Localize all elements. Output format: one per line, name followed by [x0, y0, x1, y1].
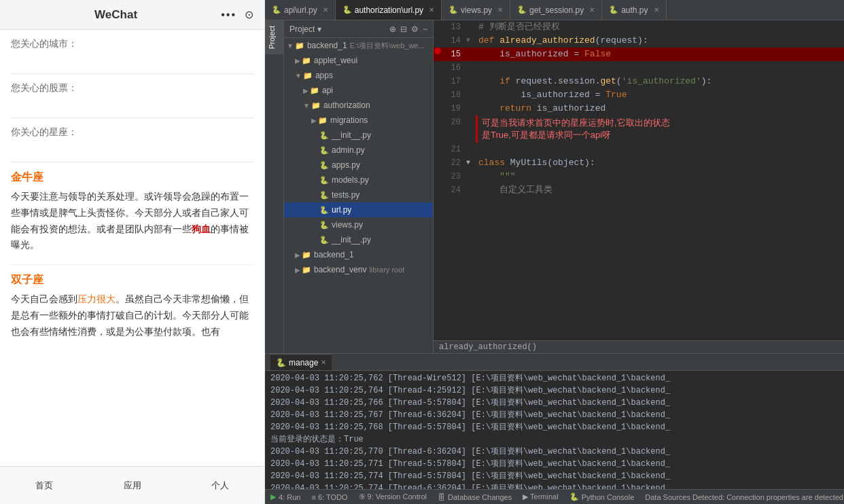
record-icon[interactable]: ⊙ — [245, 8, 253, 21]
more-icon[interactable]: ••• — [221, 9, 236, 21]
tree-label-init2: __init__.py — [332, 235, 371, 245]
lc-14: def already_authorized(request): — [476, 34, 844, 48]
run-output[interactable]: 2020-04-03 11:20:25,762 [Thread-Wire512]… — [265, 371, 844, 504]
tab-close-api[interactable]: ✕ — [323, 6, 328, 14]
status-todo[interactable]: ≡ 6: TODO — [311, 493, 347, 501]
tree-backendvenv[interactable]: ▶ 📁 backend_venv library root — [284, 262, 433, 277]
tree-migrations[interactable]: ▶ 📁 migrations — [284, 113, 433, 128]
tab-authorization-url[interactable]: 🐍 authorization\url.py ✕ — [336, 0, 442, 20]
status-terminal[interactable]: ▶ Terminal — [523, 492, 558, 501]
taurus-text: 今天要注意与领导的关系处理。或许领导会急躁的布置一些事情或是脾气上头责怪你。今天… — [11, 189, 253, 253]
tree-icon-add[interactable]: ⊕ — [389, 24, 396, 34]
wechat-nav: 首页 应用 个人 — [0, 466, 264, 504]
folder-icon-migrations: 📁 — [318, 116, 328, 125]
tree-authorization[interactable]: ▼ 📁 authorization — [284, 98, 433, 113]
tree-icon-collapse[interactable]: ⊟ — [400, 24, 407, 34]
code-line-19: 19 return is_authorized — [434, 102, 844, 115]
tree-models[interactable]: 🐍 models.py — [284, 173, 433, 187]
tab-icon-getsession: 🐍 — [517, 5, 527, 14]
tree-viewsfile[interactable]: 🐍 views.py — [284, 217, 433, 232]
run-icon: 🐍 — [276, 358, 286, 367]
tree-appsfile[interactable]: 🐍 apps.py — [284, 158, 433, 173]
tab-get-session[interactable]: 🐍 get_session.py ✕ — [510, 0, 602, 20]
tab-close-authpy[interactable]: ✕ — [654, 6, 659, 14]
tree-label-viewsfile: views.py — [332, 220, 363, 230]
output-line: 2020-04-03 11:20:25,766 [Thread-5:57804]… — [270, 397, 844, 409]
city-input[interactable] — [11, 53, 253, 67]
fold-14: ▼ — [466, 34, 476, 48]
status-python-label: Python Console — [582, 493, 635, 501]
tree-apps[interactable]: ▼ 📁 apps — [284, 68, 433, 83]
taurus-section: 金牛座 今天要注意与领导的关系处理。或许领导会急躁的布置一些事情或是脾气上头责怪… — [11, 170, 253, 253]
tree-init1[interactable]: 🐍 __init__.py — [284, 128, 433, 143]
classname-myutils: MyUtils — [510, 158, 548, 168]
status-run[interactable]: ▶ 4: Run — [270, 492, 300, 501]
tree-applet[interactable]: ▶ 📁 applet_weui — [284, 53, 433, 68]
output-line: 2020-04-03 11:20:25,764 [Thread-4:25912]… — [270, 384, 844, 397]
code-editor[interactable]: 13 # 判断是否已经授权 14 ▼ def already_authorize… — [434, 20, 844, 353]
zodiac-input[interactable] — [11, 141, 253, 155]
ln-24: 24 — [442, 183, 466, 197]
status-info: Data Sources Detected: Connection proper… — [645, 493, 844, 501]
tree-admin[interactable]: 🐍 admin.py — [284, 143, 433, 158]
tree-icon-gear[interactable]: ⚙ — [411, 24, 419, 34]
ln-20: 20 — [442, 115, 466, 129]
gemini-name: 双子座 — [11, 273, 253, 287]
tab-icon-auth: 🐍 — [342, 5, 352, 14]
param-request: request — [600, 35, 637, 46]
run-tab-label: manage — [289, 358, 318, 367]
tab-close-auth[interactable]: ✕ — [429, 6, 434, 14]
output-line: 2020-04-03 11:20:25,770 [Thread-6:36204]… — [270, 446, 844, 458]
run-tab-manage[interactable]: 🐍 manage ✕ — [270, 354, 332, 370]
comment-13: # 判断是否已经授权 — [478, 22, 560, 32]
tree-tests[interactable]: 🐍 tests.py — [284, 187, 433, 202]
tab-api-url[interactable]: 🐍 api\url.py ✕ — [265, 0, 336, 20]
py-icon-init1: 🐍 — [319, 131, 329, 140]
ln-22: 22 — [442, 156, 466, 170]
nav-apps[interactable]: 应用 — [88, 474, 177, 497]
tab-close-getsession[interactable]: ✕ — [589, 6, 595, 14]
tree-api[interactable]: ▶ 📁 api — [284, 83, 433, 98]
status-db[interactable]: 🗄 Database Changes — [438, 493, 512, 501]
lc-13: # 判断是否已经授权 — [476, 20, 844, 34]
sidebar-project-label[interactable]: Project — [265, 20, 283, 54]
folder-icon-apps: 📁 — [303, 71, 313, 80]
tree-url-selected[interactable]: 🐍 url.py — [284, 202, 433, 217]
folder-icon-root: 📁 — [295, 41, 304, 50]
tree-backend1sub[interactable]: ▶ 📁 backend_1 — [284, 247, 433, 262]
tree-icon-minus[interactable]: − — [423, 24, 427, 34]
status-vc[interactable]: ⑨ 9: Version Control — [359, 492, 427, 501]
code-line-14: 14 ▼ def already_authorized(request): — [434, 34, 844, 48]
tree-root[interactable]: ▼ 📁 backend_1 E:\项目资料\web_we... — [284, 38, 433, 53]
py-icon-apps: 🐍 — [319, 161, 329, 170]
nav-profile[interactable]: 个人 — [176, 474, 264, 497]
tree-arrow-authorization: ▼ — [303, 102, 310, 109]
code-line-20: 20 可是当我请求首页中的星座运势时,它取出的状态是True,可是都是请求同一个… — [434, 115, 844, 143]
boolval-true: True — [605, 90, 627, 100]
wechat-panel: WeChat ••• ⊙ 您关心的城市： 您关心的股票： 你关心的星座： 金牛座… — [0, 0, 265, 504]
tree-label-tests: tests.py — [332, 190, 359, 200]
py-icon-init2: 🐍 — [319, 236, 329, 245]
tree-arrow-apps: ▼ — [295, 72, 302, 79]
tab-views[interactable]: 🐍 views.py ✕ — [442, 0, 510, 20]
boolval-false: False — [584, 49, 611, 59]
nav-home[interactable]: 首页 — [0, 474, 88, 497]
status-run-icon: ▶ — [270, 492, 276, 501]
tab-auth[interactable]: 🐍 auth.py ✕ — [602, 0, 666, 20]
var-isauth: is_authorized — [499, 49, 568, 59]
tree-init2[interactable]: 🐍 __init__.py — [284, 232, 433, 247]
req-session: request.session. — [516, 76, 601, 86]
lc-23: """ — [476, 170, 844, 183]
output-line: 2020-04-03 11:20:25,774 [Thread-5:57804]… — [270, 470, 844, 482]
zodiac-divider — [11, 264, 253, 265]
city-label: 您关心的城市： — [11, 38, 253, 50]
run-tab-close[interactable]: ✕ — [321, 359, 326, 366]
status-todo-label: ≡ 6: TODO — [311, 493, 347, 501]
stock-input[interactable] — [11, 97, 253, 111]
run-output-content: 2020-04-03 11:20:25,762 [Thread-Wire512]… — [265, 371, 844, 504]
code-line-22: 22 ▼ class MyUtils(object): — [434, 156, 844, 170]
status-python[interactable]: 🐍 Python Console — [569, 492, 635, 501]
wechat-header: WeChat ••• ⊙ — [0, 0, 264, 30]
tab-close-views[interactable]: ✕ — [497, 6, 503, 14]
ide-left-sidebar: Project — [265, 20, 284, 353]
